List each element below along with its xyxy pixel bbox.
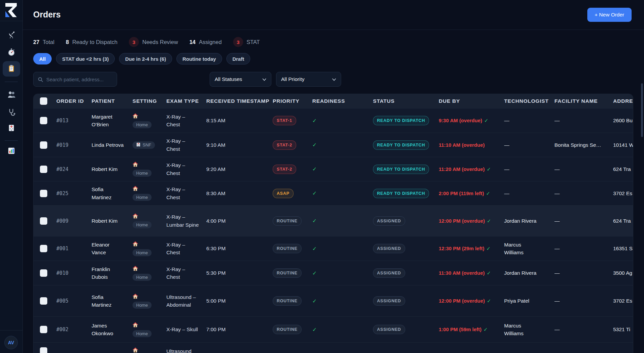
status-badge: READY TO DISPATCH: [373, 165, 429, 174]
row-checkbox[interactable]: [40, 217, 47, 225]
address: 3500 Ag: [613, 270, 632, 276]
table-row[interactable]: #025Sofia MartinezHomeX-Ray – Chest8:30 …: [34, 181, 633, 205]
row-checkbox[interactable]: [40, 245, 47, 252]
setting-badge: SNF: [132, 141, 155, 149]
due-by: 12:30 PM (29m left)✓: [439, 246, 499, 252]
technologist-name: Priya Patel: [504, 297, 540, 305]
building-icon: [136, 142, 141, 148]
setting-badge: Home: [132, 121, 152, 128]
filter-chip[interactable]: STAT due <2 hrs (3): [56, 53, 115, 64]
technologist-name: Jordan Rivera: [504, 269, 540, 277]
table-row[interactable]: #024Robert KimHomeX-Ray – Chest9:20 AMST…: [34, 157, 633, 181]
table-row[interactable]: #013Margaret O'BrienHomeX-Ray – Chest8:1…: [34, 108, 633, 133]
setting-home: [132, 347, 162, 353]
patient-name: Sofia Martinez: [92, 185, 124, 201]
address-cell: 624 Tra: [613, 218, 633, 224]
order-id-cell: #025: [56, 190, 92, 196]
sidebar-item-timers[interactable]: [3, 45, 20, 60]
setting-badge: Home: [132, 194, 152, 201]
technologist-name: —: [504, 165, 540, 173]
status-cell: READY TO DISPATCH: [373, 140, 439, 150]
priority-cell: STAT-2: [273, 140, 312, 150]
order-id: #005: [56, 298, 68, 304]
technologist-cell: —: [504, 117, 554, 124]
filter-chip[interactable]: Due in 2-4 hrs (6): [119, 53, 172, 64]
received-cell: 7:00 PM: [206, 326, 273, 333]
table-row[interactable]: Ultrasound: [34, 342, 633, 353]
sidebar-item-patients[interactable]: [3, 87, 20, 103]
exam-cell: X-Ray – Chest: [166, 265, 206, 281]
exam-cell: Ultrasound – Abdominal: [166, 293, 206, 309]
readiness-cell: ✓: [312, 190, 373, 196]
priority-cell: ROUTINE: [273, 268, 312, 278]
technologist-cell: Marcus Williams: [504, 241, 554, 257]
sidebar-item-orders[interactable]: [3, 61, 20, 77]
row-checkbox[interactable]: [40, 166, 47, 173]
select-all-checkbox[interactable]: [40, 97, 47, 105]
home-icon: [132, 294, 138, 300]
row-checkbox[interactable]: [40, 117, 47, 124]
address: 3702 Es: [613, 298, 632, 304]
due-check-icon: ✓: [484, 118, 488, 123]
status-select[interactable]: All Statuses: [210, 72, 271, 87]
technologist-name: —: [504, 141, 540, 149]
setting-badge: Home: [132, 170, 152, 177]
table-row[interactable]: #019Linda PetrovaSNFX-Ray – Chest9:10 AM…: [34, 133, 633, 157]
checkbox-cell: [34, 217, 56, 225]
filter-chip[interactable]: All: [33, 53, 52, 64]
row-checkbox[interactable]: [40, 269, 47, 277]
new-order-button[interactable]: + New Order: [587, 8, 632, 22]
search-input[interactable]: [46, 72, 115, 86]
sidebar-item-facilities[interactable]: [3, 121, 20, 136]
table-row[interactable]: #001Eleanor VanceHomeX-Ray – Chest6:30 P…: [34, 236, 633, 261]
row-checkbox[interactable]: [40, 297, 47, 305]
status-cell: ASSIGNED: [373, 244, 439, 253]
sidebar-item-analytics[interactable]: [3, 144, 20, 159]
patient-cell: Sofia Martinez: [92, 185, 132, 201]
technologist-cell: —: [504, 189, 554, 197]
sidebar-item-clinicians[interactable]: [3, 105, 20, 120]
facility-name: —: [554, 118, 560, 123]
address-cell: 2600 Bu: [613, 118, 633, 124]
filter-chip[interactable]: Draft: [226, 53, 250, 64]
stat-item: 3Needs Review: [129, 37, 178, 47]
order-id: #025: [56, 190, 68, 196]
row-checkbox[interactable]: [40, 347, 47, 353]
table-row[interactable]: #002James OkonkwoHomeX-Ray – Skull7:00 P…: [34, 316, 633, 342]
order-id: #019: [56, 142, 68, 148]
filter-chip[interactable]: Routine today: [176, 53, 222, 64]
facility-name: —: [554, 270, 560, 276]
readiness-check-icon: ✓: [312, 142, 317, 148]
table-row[interactable]: #005Sofia MartinezHomeUltrasound – Abdom…: [34, 285, 633, 316]
order-id: #013: [56, 118, 68, 124]
setting-cell: Home: [132, 186, 166, 201]
priority-select[interactable]: All Priority: [276, 72, 341, 87]
row-checkbox[interactable]: [40, 326, 47, 333]
due-by-cell: 12:30 PM (29m left)✓: [439, 246, 504, 252]
table-row[interactable]: #009Robert KimHomeX-Ray – Lumbar Spine4:…: [34, 205, 633, 236]
priority-select-value: All Priority: [281, 76, 305, 82]
received-cell: 5:00 PM: [206, 298, 273, 304]
setting-cell: Home: [132, 241, 166, 256]
order-id: #024: [56, 166, 68, 172]
setting-badge: Home: [132, 302, 152, 309]
avatar[interactable]: AV: [4, 336, 18, 349]
table-row[interactable]: #010Franklin DuboisHomeX-Ray – Chest5:30…: [34, 261, 633, 285]
row-checkbox[interactable]: [40, 190, 47, 197]
bar-chart-icon: [8, 147, 15, 156]
exam-type: X-Ray – Chest: [166, 161, 200, 177]
stat-value: 3: [233, 37, 243, 47]
address: 16351 S: [613, 246, 633, 251]
order-id-cell: #019: [56, 142, 92, 148]
app-logo-icon[interactable]: [4, 2, 18, 18]
vertical-scrollbar[interactable]: [641, 83, 643, 137]
exam-type: Ultrasound – Abdominal: [166, 293, 200, 309]
stethoscope-icon: [8, 108, 15, 117]
row-checkbox[interactable]: [40, 141, 47, 149]
exam-type: X-Ray – Chest: [166, 241, 200, 257]
column-header: STATUS: [373, 98, 439, 104]
status-cell: ASSIGNED: [373, 216, 439, 226]
stat-value: 3: [129, 37, 139, 47]
address: 624 Tra: [613, 218, 631, 224]
sidebar-item-dispatch[interactable]: [3, 28, 20, 43]
